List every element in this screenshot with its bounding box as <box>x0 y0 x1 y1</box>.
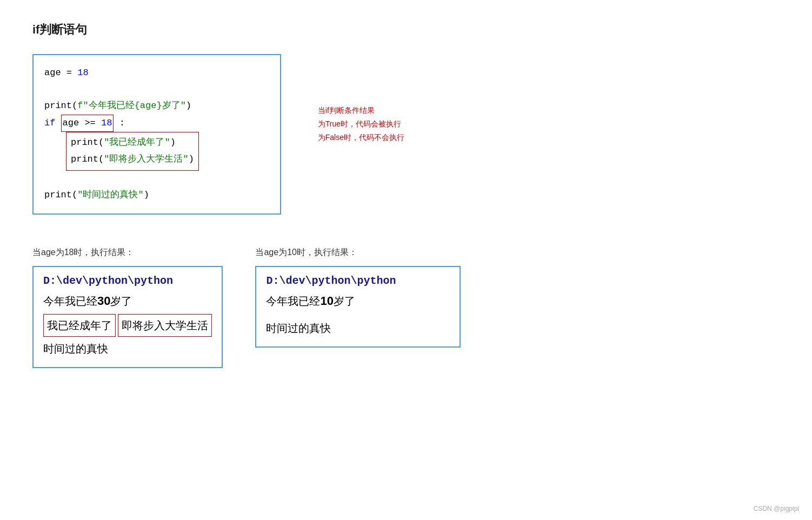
annotation-line1: 当if判断条件结果 <box>318 104 404 117</box>
result-left: 当age为18时，执行结果： D:\dev\python\python 今年我已… <box>32 247 223 368</box>
code-line-4: if age >= 18 : <box>44 115 269 132</box>
code-line-6: print("即将步入大学生活") <box>71 151 194 168</box>
result-left-highlighted-block: 我已经成年了 即将步入大学生活 <box>43 313 212 338</box>
code-var-age: age <box>44 68 61 78</box>
result-left-line2: 我已经成年了 <box>43 314 116 337</box>
result-left-line3: 即将步入大学生活 <box>118 314 212 337</box>
code-block-container: age = 18 print(f"今年我已经{age}岁了") if age >… <box>32 54 780 231</box>
code-block: age = 18 print(f"今年我已经{age}岁了") if age >… <box>32 54 281 215</box>
result-left-line4: 时间过的真快 <box>43 338 212 359</box>
page-title: if判断语句 <box>32 22 780 38</box>
code-val-18: 18 <box>77 68 88 78</box>
result-left-line1: 今年我已经30岁了 <box>43 289 212 313</box>
result-right-header: D:\dev\python\python <box>266 275 450 287</box>
code-line-blank2 <box>44 171 269 188</box>
result-left-header: D:\dev\python\python <box>43 275 212 287</box>
result-right-line1: 今年我已经10岁了 <box>266 289 450 313</box>
if-body: print("我已经成年了") print("即将步入大学生活") <box>44 132 269 170</box>
code-line-5: print("我已经成年了") <box>71 135 194 151</box>
result-left-label: 当age为18时，执行结果： <box>32 247 223 258</box>
code-line-1: age = 18 <box>44 65 269 82</box>
annotation-block: 当if判断条件结果 为True时，代码会被执行 为False时，代码不会执行 <box>318 104 404 145</box>
result-right-box: D:\dev\python\python 今年我已经10岁了 时间过的真快 <box>255 266 461 348</box>
results-row: 当age为18时，执行结果： D:\dev\python\python 今年我已… <box>32 247 780 368</box>
annotation-line2: 为True时，代码会被执行 <box>318 117 404 131</box>
code-line-blank1 <box>44 82 269 98</box>
code-line-8: print("时间过的真快") <box>44 187 269 204</box>
condition-highlight: age >= 18 <box>61 115 114 132</box>
code-line-3: print(f"今年我已经{age}岁了") <box>44 98 269 115</box>
if-body-block: print("我已经成年了") print("即将步入大学生活") <box>66 132 199 170</box>
result-left-box: D:\dev\python\python 今年我已经30岁了 我已经成年了 即将… <box>32 266 223 368</box>
result-right: 当age为10时，执行结果： D:\dev\python\python 今年我已… <box>255 247 461 348</box>
result-right-label: 当age为10时，执行结果： <box>255 247 461 258</box>
annotation-line3: 为False时，代码不会执行 <box>318 131 404 144</box>
result-right-line2: 时间过的真快 <box>266 317 450 339</box>
